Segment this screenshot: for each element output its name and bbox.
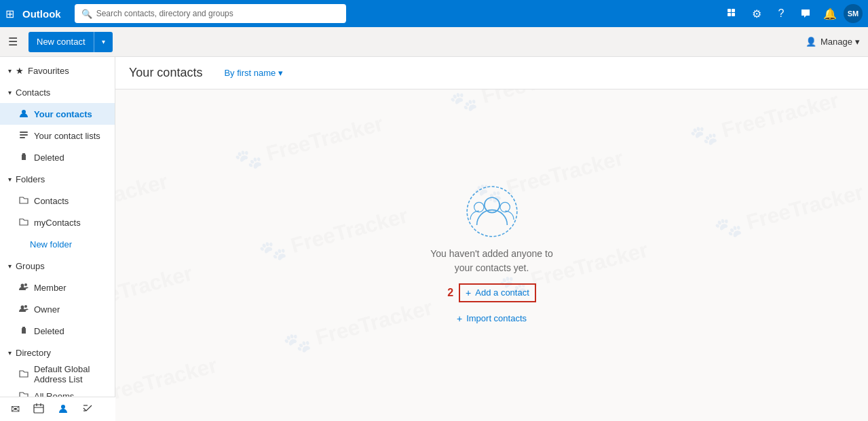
manage-label: Manage <box>820 37 852 47</box>
svg-point-10 <box>21 305 24 308</box>
svg-rect-2 <box>728 13 731 16</box>
svg-point-12 <box>467 186 517 237</box>
sidebar-label-mycontacts: myContacts <box>34 218 81 228</box>
sidebar-item-contact-lists[interactable]: Your contact lists <box>0 125 115 146</box>
list-icon <box>19 130 30 142</box>
folder-icon2 <box>19 217 30 228</box>
svg-point-11 <box>24 305 27 308</box>
chevron-icon: ▾ <box>8 349 12 357</box>
sidebar-label-contacts-folder: Contacts <box>34 196 69 206</box>
chevron-icon: ▾ <box>8 89 12 96</box>
app-name: Outlook <box>22 8 61 20</box>
search-placeholder: Search contacts, directory and groups <box>96 9 233 18</box>
grid-icon[interactable]: ⊞ <box>5 7 14 20</box>
svg-rect-16 <box>34 405 43 413</box>
avatar[interactable]: SM <box>844 4 863 23</box>
sidebar-item-member[interactable]: Member <box>0 277 115 298</box>
sidebar-label-new-folder: New folder <box>30 239 72 249</box>
secondbar: ☰ New contact ▾ 👤 Manage ▾ <box>0 27 868 57</box>
empty-line1: You haven't added anyone to <box>430 247 552 261</box>
member-icon <box>19 282 30 294</box>
svg-rect-0 <box>728 9 731 12</box>
manage-chevron: ▾ <box>855 37 860 47</box>
main-layout: ▾ ★ Favourites ▾ Contacts Your contacts … <box>0 57 868 421</box>
svg-point-8 <box>21 283 24 287</box>
sidebar-label-groups-deleted: Deleted <box>34 326 64 336</box>
empty-line2: your contacts yet. <box>430 261 552 275</box>
search-icon: 🔍 <box>81 9 92 19</box>
chevron-icon: ▾ <box>8 262 12 270</box>
main-header: Your contacts By first name ▾ <box>115 57 868 89</box>
chevron-icon: ▾ <box>8 176 12 183</box>
empty-text: You haven't added anyone to your contact… <box>430 247 552 275</box>
settings-icon[interactable]: ⚙ <box>746 3 768 24</box>
main-body: 🐾 FreeTracker 🐾 FreeTracker 🐾 FreeTracke… <box>115 89 868 421</box>
sidebar-item-groups-header[interactable]: ▾ Groups <box>0 255 115 277</box>
contacts-illustration <box>465 184 519 239</box>
manage-button[interactable]: 👤 Manage ▾ <box>806 37 860 47</box>
import-contacts-label: Import contacts <box>466 313 527 323</box>
sort-label: By first name <box>224 68 276 78</box>
svg-rect-5 <box>20 132 28 133</box>
chevron-icon: ▾ <box>8 67 12 75</box>
sidebar-item-new-folder[interactable]: New folder <box>0 233 115 255</box>
step-number: 2 <box>447 287 453 299</box>
sidebar-label-folders: Folders <box>16 174 45 184</box>
person-icon <box>19 108 30 120</box>
mail-bottom-icon[interactable]: ✉ <box>11 403 20 416</box>
tasks-bottom-icon[interactable] <box>82 403 93 416</box>
star-icon: ★ <box>16 66 24 76</box>
owner-icon <box>19 304 30 315</box>
trash-icon <box>19 152 30 163</box>
sidebar-label-owner: Owner <box>34 304 60 315</box>
notifications-icon[interactable]: 🔔 <box>819 3 841 24</box>
sidebar-item-your-contacts[interactable]: Your contacts <box>0 103 115 125</box>
sidebar-label-default-global: Default Global Address List <box>34 364 107 384</box>
sidebar-item-mycontacts[interactable]: myContacts <box>0 212 115 233</box>
main-content: Your contacts By first name ▾ 🐾 FreeTrac… <box>115 57 868 421</box>
empty-state: You haven't added anyone to your contact… <box>430 184 552 327</box>
sidebar-item-deleted[interactable]: Deleted <box>0 146 115 168</box>
svg-point-17 <box>61 405 65 409</box>
sidebar-bottom-bar: ✉ <box>0 397 115 421</box>
sidebar-item-contacts-folder[interactable]: Contacts <box>0 190 115 212</box>
calendar-bottom-icon[interactable] <box>33 403 44 416</box>
svg-point-9 <box>24 283 27 286</box>
sidebar-item-owner[interactable]: Owner <box>0 298 115 320</box>
svg-rect-7 <box>20 137 25 138</box>
folder-icon <box>19 195 30 207</box>
sidebar-label-favourites: Favourites <box>28 66 69 76</box>
hamburger-icon[interactable]: ☰ <box>8 35 18 48</box>
import-contacts-button[interactable]: + Import contacts <box>451 310 532 327</box>
sidebar-item-contacts-header[interactable]: ▾ Contacts <box>0 81 115 103</box>
sidebar-label-member: Member <box>34 283 67 293</box>
svg-rect-6 <box>20 134 28 136</box>
add-contact-label: Add a contact <box>475 287 529 298</box>
sidebar-item-groups-deleted[interactable]: Deleted <box>0 320 115 342</box>
sidebar-item-favourites[interactable]: ▾ ★ Favourites <box>0 60 115 81</box>
sidebar-item-directory-header[interactable]: ▾ Directory <box>0 342 115 363</box>
sort-chevron: ▾ <box>278 68 283 78</box>
sidebar-label-your-contacts: Your contacts <box>34 109 92 119</box>
contacts-bottom-icon[interactable] <box>58 403 69 416</box>
main-title: Your contacts <box>129 66 202 80</box>
new-contact-dropdown-arrow[interactable]: ▾ <box>94 32 113 52</box>
sidebar-label-groups: Groups <box>16 261 45 271</box>
svg-rect-3 <box>732 13 735 16</box>
import-plus-icon: + <box>457 313 462 324</box>
search-box[interactable]: 🔍 Search contacts, directory and groups <box>75 4 346 23</box>
add-contact-button[interactable]: + Add a contact <box>459 283 536 302</box>
sidebar-item-default-global[interactable]: Default Global Address List <box>0 363 115 385</box>
topbar-right: ⚙ ? 🔔 SM <box>721 3 863 24</box>
apps-icon[interactable] <box>721 3 743 24</box>
sidebar-label-contacts: Contacts <box>16 87 50 98</box>
sidebar: ▾ ★ Favourites ▾ Contacts Your contacts … <box>0 57 115 421</box>
feedback-icon[interactable] <box>795 3 816 24</box>
sort-button[interactable]: By first name ▾ <box>224 68 283 78</box>
sidebar-label-contact-lists: Your contact lists <box>34 131 100 141</box>
manage-icon: 👤 <box>806 37 816 47</box>
help-icon[interactable]: ? <box>770 3 792 24</box>
plus-icon: + <box>466 287 471 298</box>
new-contact-button[interactable]: New contact ▾ <box>29 32 113 52</box>
sidebar-item-folders-header[interactable]: ▾ Folders <box>0 168 115 190</box>
